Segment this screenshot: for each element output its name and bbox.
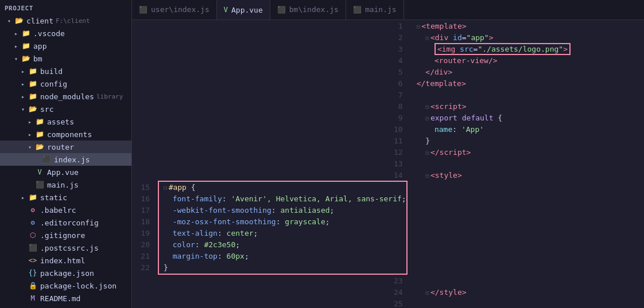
code-line-21: margin-top: 60px; [159, 251, 406, 262]
sidebar-item-label: .editorconfig [40, 219, 99, 227]
leaf-spacer [18, 231, 28, 240]
sidebar-item-vscode[interactable]: 📁 .vscode [0, 27, 131, 40]
sidebar-item-main-js[interactable]: ⬛ main.js [0, 178, 131, 191]
cssval-token: center [227, 229, 254, 237]
explorer-title: Project [5, 5, 33, 12]
js-file-icon: ⬛ [28, 243, 38, 252]
tab-bm-index[interactable]: ⬛ bm\index.js [270, 0, 346, 20]
sidebar-item-babelrc[interactable]: ⚙ .babelrc [0, 204, 131, 216]
line-number: 22 [132, 262, 159, 274]
text-token: } [425, 137, 430, 145]
folder-icon: 📁 [21, 29, 31, 38]
cssprop-token: font-family [173, 194, 222, 203]
tag-token: <script> [430, 102, 467, 111]
sidebar-item-label: .vscode [33, 29, 65, 38]
sidebar-item-assets[interactable]: 📁 assets [0, 115, 131, 128]
folder-icon: 📁 [21, 41, 31, 50]
vue-tab-icon: V [224, 6, 228, 14]
sidebar-item-editorconfig[interactable]: ⚙ .editorconfig [0, 216, 131, 229]
code-line-20: color: #2c3e50; [159, 239, 406, 251]
sidebar-item-index-js[interactable]: ⬛ index.js [0, 153, 131, 166]
code-line-18: -moz-osx-font-smoothing: grayscale; [159, 216, 406, 228]
line-content: } [412, 135, 644, 146]
string-token: 'App' [461, 125, 484, 134]
tab-label: user\index.js [151, 5, 210, 14]
cssval-token: 'Avenir', Helvetica, Arial, sans-serif [231, 194, 401, 203]
attr-token: src [460, 45, 473, 53]
tab-user-index[interactable]: ⬛ user\index.js [132, 0, 217, 20]
sidebar-item-static[interactable]: 📁 static [0, 191, 131, 204]
cssprop-token: color [173, 240, 195, 249]
tab-bar: ⬛ user\index.js V App.vue ⬛ bm\index.js … [132, 0, 644, 20]
sidebar-item-package-lock[interactable]: 🔒 package-lock.json [0, 279, 131, 292]
sidebar-item-bm[interactable]: 📂 bm [0, 52, 131, 65]
text-token: ; [254, 229, 258, 237]
sidebar-item-postcssrc[interactable]: ⬛ .postcssrc.js [0, 241, 131, 254]
leaf-spacer [18, 281, 28, 290]
folder-icon: 📁 [28, 79, 38, 88]
md-file-icon: M [28, 294, 38, 303]
sidebar-item-app-vue[interactable]: V App.vue [0, 166, 131, 178]
sidebar-item-label: assets [47, 118, 74, 126]
code-line: 23 [132, 275, 644, 286]
text-token: : [218, 229, 227, 237]
sidebar-item-label: main.js [47, 181, 79, 189]
code-editor[interactable]: 1 ⊟<template> 2 ⊟<div id="app"> 3 <img s… [132, 20, 644, 308]
fold-icon: ⊟ [425, 34, 429, 42]
sidebar-item-config[interactable]: 📁 config [0, 77, 131, 90]
leaf-spacer [18, 256, 28, 265]
tab-label: bm\index.js [289, 5, 339, 14]
sidebar-item-label: .postcssrc.js [40, 244, 99, 252]
sidebar-item-label: components [47, 130, 92, 139]
sidebar-item-components[interactable]: 📁 components [0, 128, 131, 141]
code-line: 8 ⊟<script> [132, 100, 644, 112]
line-number: 14 [132, 169, 412, 181]
sidebar-item-package-json[interactable]: {} package.json [0, 267, 131, 279]
code-line: 24 ⊟</style> [132, 286, 644, 298]
code-line-16: font-family: 'Avenir', Helvetica, Arial,… [159, 193, 406, 205]
tag-token: <router-view/> [434, 56, 498, 65]
tab-main-js[interactable]: ⬛ main.js [346, 0, 404, 20]
arrow-icon [5, 16, 14, 25]
leaf-spacer [18, 268, 28, 278]
sidebar-item-build[interactable]: 📁 build [0, 65, 131, 77]
code-line: 7 [132, 89, 644, 100]
string-token: "./assets/logo.png" [478, 45, 563, 53]
line-number: 20 [132, 239, 159, 251]
editor-area: ⬛ user\index.js V App.vue ⬛ bm\index.js … [132, 0, 644, 308]
line-content: ⊟</script> [412, 146, 644, 158]
leaf-spacer [25, 180, 34, 189]
line-content: <router-view/> [412, 54, 644, 66]
sidebar-item-gitignore[interactable]: ⬡ .gitignore [0, 229, 131, 241]
text-token: : [218, 252, 227, 260]
line-content: <img src="./assets/logo.png"> [412, 43, 644, 54]
line-content [412, 158, 644, 169]
js-tab-icon: ⬛ [353, 6, 362, 14]
cssval-token: #2c3e50 [204, 240, 235, 249]
sidebar-item-src[interactable]: 📂 src [0, 103, 131, 115]
leaf-spacer [18, 243, 28, 252]
explorer-header[interactable]: Project [0, 2, 131, 14]
line-content: ⊟<style> [412, 169, 644, 181]
keyword-token: export default [430, 114, 494, 122]
folder-open-icon: 📂 [21, 54, 31, 63]
sidebar-item-node-modules[interactable]: 📁 node_modules library [0, 90, 131, 103]
line-content: ⊟export default { [412, 112, 644, 123]
highlighted-code: <img src="./assets/logo.png"> [434, 43, 571, 55]
line-number: 19 [132, 228, 159, 239]
sidebar-item-css[interactable]: 📁 css [0, 305, 131, 308]
vue-file-icon: V [34, 167, 45, 177]
tab-app-vue[interactable]: V App.vue [217, 0, 270, 20]
fold-icon: ⊟ [417, 23, 421, 30]
sidebar-item-readme[interactable]: M README.md [0, 292, 131, 305]
cssval-token: antialiased [281, 206, 330, 215]
sidebar-item-client[interactable]: 📂 client F:\client [0, 14, 131, 27]
tag-token: <style> [430, 171, 462, 180]
sidebar-item-label: src [40, 105, 53, 114]
sidebar-item-app[interactable]: 📁 app [0, 40, 131, 52]
sidebar-item-router[interactable]: 📂 router [0, 141, 131, 153]
sidebar-item-index-html[interactable]: <> index.html [0, 254, 131, 267]
js-file-icon: ⬛ [41, 155, 52, 164]
tag-token: > [563, 45, 568, 53]
line-content: name: 'App' [412, 123, 644, 135]
